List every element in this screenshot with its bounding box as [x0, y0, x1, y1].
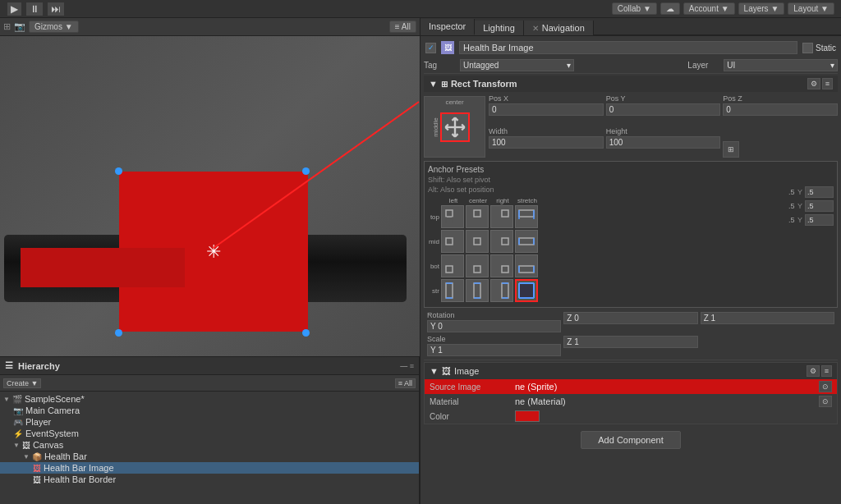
static-checkbox[interactable] [802, 43, 813, 53]
gizmos-icon: ⊞ [3, 21, 11, 32]
hier-item-health-bar-image[interactable]: 🖼 Health Bar Image [0, 462, 419, 474]
layout-button[interactable]: Layout ▼ [788, 2, 834, 15]
layer-dropdown[interactable]: UI ▾ [724, 59, 838, 71]
width-field[interactable] [489, 136, 604, 149]
anchor-stretch-left[interactable] [441, 279, 464, 302]
handle-tl [115, 167, 122, 175]
image-comp-extra[interactable]: ≡ [821, 365, 832, 377]
image-comp-menu[interactable]: ⚙ [807, 365, 820, 377]
pause-button[interactable]: ⏸ [25, 2, 44, 16]
anchor-bottom-stretch[interactable] [515, 254, 538, 277]
material-value: ne (Material) [515, 396, 566, 406]
height-label: Height [606, 127, 721, 135]
anchor-top-left[interactable] [441, 205, 464, 228]
anchor-bottom-right[interactable] [490, 254, 513, 277]
tab-lighting[interactable]: Lighting [475, 21, 524, 35]
scale-x-field[interactable] [427, 344, 561, 356]
image-component: ▼ 🖼 Image ⚙ ≡ Source Image ne (Sprite) ⊙ [424, 362, 838, 424]
svg-rect-34 [474, 283, 480, 298]
hier-item-sample-scene[interactable]: ▼ 🎬 SampleScene* [0, 393, 419, 405]
anchor-val-3[interactable] [805, 214, 834, 226]
anchor-stretch-stretch[interactable] [515, 279, 538, 302]
material-row: Material ne (Material) ⊙ [425, 394, 837, 409]
lock-aspect-btn[interactable]: ⊞ [723, 141, 739, 158]
col-label-left: left [441, 197, 466, 204]
rotation-y-field[interactable] [563, 312, 697, 324]
svg-rect-14 [474, 210, 480, 217]
layers-button[interactable]: Layers ▼ [738, 2, 785, 15]
pos-x-field[interactable] [489, 103, 604, 116]
anchor-middle-center[interactable] [466, 230, 489, 253]
object-icon: 🖼 [441, 41, 454, 54]
color-field[interactable] [515, 410, 832, 422]
layer-label: Layer [687, 61, 720, 70]
anchor-val-1[interactable] [805, 186, 834, 198]
hier-item-player[interactable]: 🎮 Player [0, 416, 419, 428]
anchor-val-2[interactable] [805, 200, 834, 212]
add-component-button[interactable]: Add Component [581, 431, 681, 449]
object-name-field[interactable] [459, 41, 797, 54]
height-field[interactable] [606, 136, 721, 149]
scale-y-field[interactable] [563, 336, 697, 348]
material-picker[interactable]: ⊙ [819, 396, 832, 407]
anchor-top-right[interactable] [490, 205, 513, 228]
anchor-middle-right[interactable] [490, 230, 513, 253]
rect-transform-section[interactable]: ▼ ⊞ Rect Transform ⚙ ≡ [424, 76, 838, 92]
source-image-picker[interactable]: ⊙ [819, 381, 832, 392]
pos-y-group: Pos Y [606, 94, 721, 125]
tab-inspector[interactable]: Inspector [420, 19, 475, 35]
image-comp-header[interactable]: ▼ 🖼 Image ⚙ ≡ [425, 363, 837, 379]
play-button[interactable]: ▶ [7, 2, 22, 16]
anchor-widget[interactable]: center middle [424, 96, 485, 158]
tab-navigation[interactable]: ✕ Navigation [524, 21, 594, 35]
anchor-stretch-right[interactable] [490, 279, 513, 302]
pos-z-field[interactable] [723, 103, 838, 116]
hierarchy-toolbar: Create ▼ ≡ All [0, 375, 419, 392]
rect-transform-collapse-icon: ▼ [429, 79, 438, 89]
hier-item-canvas[interactable]: ▼ 🖼 Canvas [0, 439, 419, 451]
active-checkbox[interactable]: ✓ [425, 43, 436, 53]
hier-item-main-camera[interactable]: 📷 Main Camera [0, 405, 419, 416]
anchor-bottom-center[interactable] [466, 254, 489, 277]
svg-rect-31 [446, 283, 453, 298]
collab-button[interactable]: Collab ▼ [612, 2, 657, 15]
hier-item-health-bar[interactable]: ▼ 📦 Health Bar [0, 451, 419, 462]
pos-y-field[interactable] [606, 103, 721, 116]
anchor-middle-stretch[interactable] [515, 230, 538, 253]
account-button[interactable]: Account ▼ [683, 2, 735, 15]
cloud-button[interactable]: ☁ [660, 2, 680, 15]
hier-item-label: SampleScene* [25, 394, 85, 404]
hier-item-label: Health Bar [44, 451, 87, 461]
anchor-stretch-center[interactable] [466, 279, 489, 302]
tag-dropdown[interactable]: Untagged ▾ [460, 59, 574, 71]
hierarchy-all-btn[interactable]: ≡ All [395, 378, 416, 388]
anchor-presets-popup: Anchor Presets Shift: Also set pivot Alt… [424, 161, 838, 308]
hier-item-event-system[interactable]: ⚡ EventSystem [0, 428, 419, 439]
gizmos-dropdown[interactable]: Gizmos ▼ [29, 21, 79, 33]
scale-label: Scale [427, 335, 561, 343]
svg-rect-20 [474, 238, 480, 245]
health-bar-fill [21, 248, 185, 287]
color-swatch[interactable] [515, 410, 540, 422]
hier-item-label: Main Camera [25, 405, 80, 415]
hier-item-health-bar-border[interactable]: 🖼 Health Bar Border [0, 474, 419, 485]
col-label-stretch: stretch [515, 197, 540, 204]
create-button[interactable]: Create ▼ [3, 378, 41, 388]
close-icon[interactable]: ✕ [532, 24, 539, 33]
rect-transform-extra-btn[interactable]: ≡ [822, 78, 833, 89]
anchor-middle-left[interactable] [441, 230, 464, 253]
scene-all-dropdown[interactable]: ≡ All [389, 21, 416, 33]
anchor-bottom-left[interactable] [441, 254, 464, 277]
rotation-x-field[interactable] [427, 320, 561, 332]
rotation-z-field[interactable] [701, 312, 834, 324]
svg-rect-26 [474, 266, 480, 273]
pos-z-label: Pos Z [723, 94, 838, 103]
step-button[interactable]: ⏭ [47, 2, 65, 16]
anchor-top-center[interactable] [466, 205, 489, 228]
anchor-top-stretch[interactable] [515, 205, 538, 228]
source-image-value: ne (Sprite) [515, 382, 557, 392]
rect-transform-menu-btn[interactable]: ⚙ [807, 78, 820, 89]
tag-value: Untagged [463, 61, 499, 70]
svg-rect-37 [502, 283, 508, 298]
handle-tr [302, 167, 310, 175]
